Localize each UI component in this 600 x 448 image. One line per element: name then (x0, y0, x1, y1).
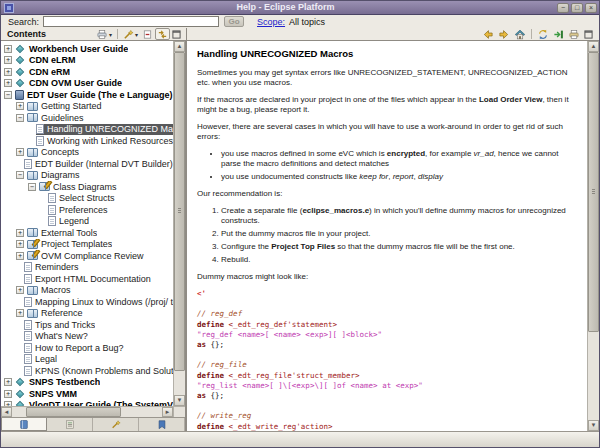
expander-icon[interactable]: + (4, 378, 12, 386)
tree-item-body[interactable]: OVM Compliance Review (27, 250, 173, 262)
tree-item-body[interactable]: SNPS Testbench (15, 377, 173, 389)
tree-item-body[interactable]: Workbench User Guide (15, 43, 173, 55)
tree-item-body[interactable]: Concepts (27, 147, 173, 159)
tree-item-body[interactable]: Legend (48, 216, 173, 228)
tree-item[interactable]: +Reference (1, 308, 173, 320)
expander-icon[interactable]: + (16, 229, 24, 237)
tree-item-body[interactable]: CDN eLRM (15, 55, 173, 67)
tree-item[interactable]: Export HTML Documentation (1, 273, 173, 285)
expander-icon[interactable]: + (16, 252, 24, 260)
expander-icon[interactable]: − (16, 171, 24, 179)
expander-icon[interactable]: − (4, 91, 12, 99)
search-input[interactable] (43, 16, 219, 27)
print-menu-button[interactable]: ▾ (94, 28, 114, 40)
tree-item-body[interactable]: Guidelines (27, 112, 173, 124)
maximize-view-button[interactable] (170, 28, 183, 40)
expander-icon[interactable]: + (16, 286, 24, 294)
tree-item-body[interactable]: EDT User Guide (The e Language) (15, 89, 173, 101)
expander-icon[interactable]: + (4, 390, 12, 398)
scope-link[interactable]: Scope: (257, 17, 285, 27)
tree-item-body[interactable]: Preferences (48, 204, 173, 216)
expander-icon[interactable]: + (16, 309, 24, 317)
link-with-contents-button[interactable] (155, 28, 170, 40)
expander-icon[interactable]: − (28, 183, 36, 191)
tree-item[interactable]: Tips and Tricks (1, 319, 173, 331)
tree-item-body[interactable]: Macros (27, 285, 173, 297)
back-button[interactable] (480, 28, 496, 40)
restore-button[interactable]: □ (571, 3, 583, 13)
tree-item-body[interactable]: CDN OVM User Guide (15, 78, 173, 90)
tree-item[interactable]: Reminders (1, 262, 173, 274)
tree-item[interactable]: Working with Linked Resources ( (1, 135, 173, 147)
tree-item-body[interactable]: CDN eRM (15, 66, 173, 78)
tree-item[interactable]: How to Report a Bug? (1, 342, 173, 354)
tree-item-body[interactable]: Handling UNRECOGNIZED Macros (36, 124, 173, 136)
scroll-right-button[interactable]: ► (162, 407, 173, 417)
collapse-all-button[interactable] (140, 28, 155, 40)
expander-icon[interactable]: + (4, 68, 12, 76)
tree-item[interactable]: EDT Builder (Internal DVT Builder) (1, 158, 173, 170)
tree-item[interactable]: +Workbench User Guide (1, 43, 173, 55)
tree-item[interactable]: +Project Templates (1, 239, 173, 251)
tree-item-body[interactable]: Reference (27, 308, 173, 320)
go-button[interactable]: Go (224, 16, 244, 27)
minimize-button[interactable]: − (557, 3, 569, 13)
scroll-down-button[interactable]: ▼ (174, 395, 185, 406)
expander-icon[interactable]: + (4, 79, 12, 87)
expander-icon[interactable]: + (4, 45, 12, 53)
tree-item[interactable]: +CDN OVM User Guide (1, 78, 173, 90)
close-button[interactable]: × (585, 3, 597, 13)
tree-item[interactable]: +Concepts (1, 147, 173, 159)
tree-item[interactable]: +CDN eRM (1, 66, 173, 78)
tree-item[interactable]: +CDN eLRM (1, 55, 173, 67)
tree-item[interactable]: Preferences (1, 204, 173, 216)
tree-item[interactable]: +OVM Compliance Review (1, 250, 173, 262)
print-page-button[interactable] (566, 28, 582, 40)
home-button[interactable] (512, 28, 528, 40)
tree-item[interactable]: Select Structs (1, 193, 173, 205)
tree-item-body[interactable]: Getting Started (27, 101, 173, 113)
tree-item-body[interactable]: Mapping Linux to Windows (/proj/ to (24, 296, 173, 308)
tree-item[interactable]: −Class Diagrams (1, 181, 173, 193)
tree-item-body[interactable]: Project Templates (27, 239, 173, 251)
maximize-button[interactable] (582, 28, 595, 40)
forward-button[interactable] (496, 28, 512, 40)
tree-item-body[interactable]: Working with Linked Resources ( (36, 135, 173, 147)
tree-item-body[interactable]: Select Structs (48, 193, 173, 205)
expander-icon[interactable]: − (16, 114, 24, 122)
bookmark-topic-button[interactable] (551, 28, 566, 40)
tab-contents[interactable] (1, 418, 47, 431)
content-scroll-track[interactable] (588, 52, 599, 420)
expander-icon[interactable]: + (16, 102, 24, 110)
tab-index[interactable] (47, 418, 93, 431)
tree-item-body[interactable]: How to Report a Bug? (24, 342, 173, 354)
tab-search-results[interactable] (93, 418, 139, 431)
highlight-button[interactable]: ▾ (121, 28, 140, 40)
tree-hscroll-track[interactable] (12, 407, 162, 417)
tree-item[interactable]: −Guidelines (1, 112, 173, 124)
tree-item-body[interactable]: Legal (24, 354, 173, 366)
tree-item[interactable]: +SNPS VMM (1, 388, 173, 400)
tree-item-body[interactable]: EDT Builder (Internal DVT Builder) (24, 158, 173, 170)
tree-item-body[interactable]: Export HTML Documentation (24, 273, 173, 285)
show-in-toc-button[interactable] (535, 28, 551, 40)
tree-item[interactable]: −EDT User Guide (The e Language) (1, 89, 173, 101)
expander-icon[interactable]: + (16, 148, 24, 156)
tree-item-body[interactable]: Diagrams (27, 170, 173, 182)
tree-hscroll-thumb[interactable] (26, 407, 121, 417)
tree-item-body[interactable]: External Tools (27, 227, 173, 239)
expander-icon[interactable]: + (4, 56, 12, 64)
tree-item[interactable]: Legal (1, 354, 173, 366)
content-scroll-down-button[interactable]: ▼ (588, 420, 599, 431)
scroll-left-button[interactable]: ◄ (1, 407, 12, 417)
tree-item[interactable]: +Macros (1, 285, 173, 297)
tree-scroll-track[interactable] (174, 52, 185, 395)
tree-item[interactable]: +Getting Started (1, 101, 173, 113)
tree-item[interactable]: KPNS (Known Problems and Solutio (1, 365, 173, 377)
tree-item-body[interactable]: SNPS VMM (15, 388, 173, 400)
tree-scroll-thumb[interactable] (174, 52, 185, 371)
tree-item-body[interactable]: Tips and Tricks (24, 319, 173, 331)
tree-item[interactable]: +SNPS Testbench (1, 377, 173, 389)
tree-item[interactable]: Handling UNRECOGNIZED Macros (1, 124, 173, 136)
tree-vertical-scrollbar[interactable]: ▲ ▼ (173, 41, 185, 406)
